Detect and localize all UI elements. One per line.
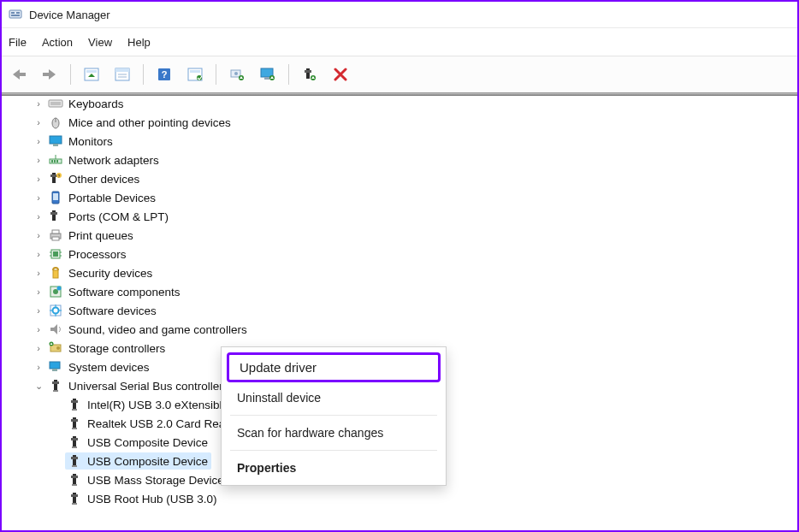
svg-rect-24 <box>306 68 310 79</box>
scan-button[interactable] <box>183 62 207 86</box>
tree-category[interactable]: ›Monitors <box>10 132 789 151</box>
svg-rect-81 <box>71 419 78 422</box>
svg-rect-0 <box>9 10 21 18</box>
ctx-update-driver[interactable]: Update driver <box>227 352 441 382</box>
tree-category[interactable]: ›Software devices <box>10 301 789 320</box>
tree-category[interactable]: ›Security devices <box>10 263 789 282</box>
expand-toggle-icon[interactable]: ⌄ <box>33 381 44 392</box>
enable-device-button[interactable] <box>256 62 280 86</box>
svg-rect-33 <box>50 136 62 144</box>
expand-toggle-icon[interactable]: › <box>33 230 44 240</box>
tree-item-label: Print queues <box>68 229 133 242</box>
svg-rect-72 <box>50 362 60 369</box>
expand-toggle-icon[interactable]: › <box>33 343 44 353</box>
svg-rect-57 <box>53 270 58 278</box>
portable-icon <box>48 190 63 205</box>
svg-rect-86 <box>73 455 76 465</box>
expand-toggle-icon[interactable]: › <box>33 249 44 259</box>
tree-category[interactable]: ›Portable Devices <box>10 188 789 207</box>
tree-category[interactable]: ›Network adapters <box>10 151 789 169</box>
usb-icon <box>67 397 82 412</box>
component-icon <box>48 284 63 299</box>
svg-rect-80 <box>73 417 76 428</box>
usb-icon <box>67 453 82 469</box>
svg-rect-41 <box>50 174 57 177</box>
show-hidden-button[interactable] <box>80 62 104 86</box>
security-icon <box>48 265 63 281</box>
expand-toggle-icon[interactable]: › <box>33 117 44 127</box>
svg-rect-74 <box>54 380 57 390</box>
expand-toggle-icon[interactable]: › <box>33 98 44 109</box>
uninstall-button[interactable] <box>298 62 322 86</box>
svg-rect-38 <box>56 160 58 163</box>
ctx-properties[interactable]: Properties <box>222 454 446 482</box>
tree-item-label: Software components <box>68 286 181 299</box>
remove-button[interactable] <box>328 62 352 86</box>
expand-toggle-icon[interactable]: › <box>33 192 44 203</box>
mouse-icon <box>48 115 63 130</box>
context-menu: Update driver Uninstall device Scan for … <box>221 346 447 486</box>
back-button[interactable] <box>7 62 31 86</box>
expand-toggle-icon[interactable]: › <box>33 305 44 316</box>
tree-category[interactable]: ›Processors <box>10 245 789 263</box>
ctx-uninstall-device[interactable]: Uninstall device <box>222 384 446 411</box>
svg-point-17 <box>234 72 238 75</box>
properties-button[interactable] <box>110 62 134 86</box>
svg-rect-52 <box>53 251 58 257</box>
help-button[interactable]: ? <box>152 62 176 86</box>
toolbar-separator <box>70 64 71 85</box>
expand-toggle-icon[interactable]: › <box>33 174 44 184</box>
expand-toggle-icon[interactable]: › <box>33 287 44 297</box>
expand-toggle-icon[interactable]: › <box>33 268 44 278</box>
svg-point-69 <box>56 346 60 350</box>
other-icon: ? <box>48 171 63 186</box>
expand-toggle-icon[interactable]: › <box>33 155 44 165</box>
device-manager-window: Device Manager File Action View Help ? <box>0 0 799 532</box>
svg-rect-46 <box>52 210 56 221</box>
tree-category[interactable]: ›Keyboards <box>10 94 789 113</box>
tree-category[interactable]: ›Print queues <box>10 226 789 245</box>
tree-child[interactable]: USB Root Hub (USB 3.0) <box>10 489 789 508</box>
update-driver-button[interactable] <box>225 62 249 86</box>
expand-toggle-icon[interactable]: › <box>33 211 44 222</box>
tree-category[interactable]: ›?Other devices <box>10 169 789 188</box>
software-icon <box>48 303 63 318</box>
tree-category[interactable]: ›Sound, video and game controllers <box>10 320 789 339</box>
svg-rect-37 <box>54 160 56 163</box>
svg-rect-21 <box>264 77 269 80</box>
svg-rect-49 <box>52 230 59 233</box>
svg-rect-89 <box>73 474 76 484</box>
svg-rect-45 <box>53 193 58 200</box>
tree-item-label: Security devices <box>68 267 152 280</box>
expand-toggle-icon[interactable]: › <box>33 324 44 334</box>
tree-item-label: Universal Serial Bus controllers <box>68 380 229 393</box>
tree-category[interactable]: ›Software components <box>10 282 789 301</box>
svg-rect-78 <box>71 400 78 403</box>
svg-rect-50 <box>52 237 59 240</box>
menu-view[interactable]: View <box>88 36 112 49</box>
expand-toggle-icon[interactable]: › <box>33 136 44 146</box>
expand-toggle-icon[interactable]: › <box>33 362 44 372</box>
tree-item-label: Network adapters <box>68 154 159 167</box>
svg-rect-28 <box>49 100 62 107</box>
tree-category[interactable]: ›Ports (COM & LPT) <box>10 207 789 226</box>
svg-rect-77 <box>73 399 76 409</box>
tree-item-label: Ports (COM & LPT) <box>68 210 169 223</box>
svg-rect-94 <box>72 503 77 505</box>
ctx-scan-hardware[interactable]: Scan for hardware changes <box>222 419 446 446</box>
menu-help[interactable]: Help <box>127 36 151 49</box>
svg-rect-88 <box>72 465 77 467</box>
selected-item[interactable]: USB Composite Device <box>65 452 211 470</box>
forward-button[interactable] <box>38 62 62 86</box>
svg-rect-40 <box>52 173 56 183</box>
svg-rect-47 <box>50 212 57 215</box>
system-icon <box>48 359 63 375</box>
svg-rect-2 <box>16 12 20 14</box>
menu-file[interactable]: File <box>9 36 27 49</box>
tree-item-label: Keyboards <box>68 98 124 110</box>
menu-action[interactable]: Action <box>42 36 73 49</box>
tree-item-label: Software devices <box>68 304 157 317</box>
tree-category[interactable]: ›Mice and other pointing devices <box>10 113 789 132</box>
tree-item-label: USB Composite Device <box>87 436 208 449</box>
sound-icon <box>48 322 63 337</box>
